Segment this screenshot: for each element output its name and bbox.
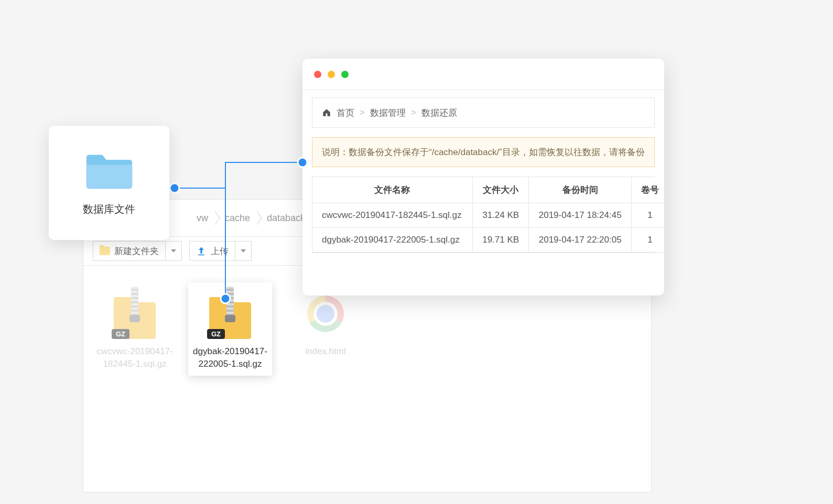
window-titlebar	[302, 59, 664, 90]
cell-size: 19.71 KB	[472, 228, 528, 253]
new-folder-dropdown[interactable]	[166, 241, 182, 261]
table-row[interactable]: dgybak-20190417-222005-1.sql.gz 19.71 KB…	[312, 228, 664, 253]
window-minimize-icon[interactable]	[328, 71, 335, 78]
file-name-label: dgybak-20190417-222005-1.sql.gz	[191, 345, 269, 370]
col-volume: 卷号	[632, 177, 665, 203]
cell-time: 2019-04-17 22:20:05	[529, 228, 632, 253]
upload-button[interactable]: 上传	[189, 241, 235, 261]
chrome-icon	[307, 295, 344, 332]
col-backuptime: 备份时间	[529, 177, 632, 203]
file-name-label: index.html	[305, 345, 345, 358]
cell-filename: cwcvwc-20190417-182445-1.sql.gz	[312, 203, 472, 228]
table-header-row: 文件名称 文件大小 备份时间 卷号	[312, 177, 664, 203]
cell-size: 31.24 KB	[472, 203, 528, 228]
col-filesize: 文件大小	[472, 177, 528, 203]
folder-icon	[100, 247, 110, 255]
upload-icon	[196, 246, 207, 256]
chevron-down-icon	[171, 249, 176, 253]
database-file-card: 数据库文件	[49, 126, 169, 240]
cell-time: 2019-04-17 18:24:45	[529, 203, 632, 228]
window-close-icon[interactable]	[314, 71, 321, 78]
admin-breadcrumb: 首页 > 数据管理 > 数据还原	[312, 97, 655, 128]
chevron-down-icon	[241, 249, 246, 253]
breadcrumb-sep: >	[360, 107, 365, 118]
db-card-label: 数据库文件	[83, 202, 135, 216]
window-maximize-icon[interactable]	[341, 71, 349, 78]
file-name-label: cwcvwc-20190417-182445-1.sql.gz	[96, 345, 174, 370]
breadcrumb-segment[interactable]: cache	[217, 209, 258, 228]
new-folder-button[interactable]: 新建文件夹	[93, 241, 166, 261]
breadcrumb-sep: >	[411, 107, 416, 118]
browser-admin-window: 首页 > 数据管理 > 数据还原 说明：数据备份文件保存于“/cache/dat…	[302, 59, 664, 295]
file-item-selected[interactable]: GZ dgybak-20190417-222005-1.sql.gz	[188, 282, 272, 376]
cell-vol: 1	[632, 228, 665, 253]
gz-archive-icon: GZ	[114, 289, 156, 339]
notice-banner: 说明：数据备份文件保存于“/cache/databack/”目录，如需恢复以往数…	[312, 137, 655, 167]
home-icon	[322, 108, 331, 117]
upload-label: 上传	[211, 245, 229, 257]
new-folder-label: 新建文件夹	[114, 245, 159, 257]
cell-filename: dgybak-20190417-222005-1.sql.gz	[312, 228, 472, 253]
svg-rect-0	[198, 255, 204, 256]
breadcrumb-level1[interactable]: 数据管理	[370, 107, 406, 119]
breadcrumb-home[interactable]: 首页	[337, 107, 354, 119]
breadcrumb-level2[interactable]: 数据还原	[421, 107, 457, 119]
file-item[interactable]: index.html	[284, 282, 367, 376]
file-item[interactable]: GZ cwcvwc-20190417-182445-1.sql.gz	[93, 282, 177, 376]
svg-point-1	[170, 183, 179, 193]
breadcrumb-segment[interactable]: vw	[188, 209, 217, 228]
backup-table: 文件名称 文件大小 备份时间 卷号 cwcvwc-20190417-182445…	[312, 177, 655, 253]
table-row[interactable]: cwcvwc-20190417-182445-1.sql.gz 31.24 KB…	[312, 203, 664, 228]
cell-vol: 1	[632, 203, 665, 228]
col-filename: 文件名称	[312, 177, 472, 203]
folder-icon	[84, 150, 134, 192]
upload-dropdown[interactable]	[235, 241, 252, 261]
gz-archive-icon: GZ	[209, 289, 251, 339]
